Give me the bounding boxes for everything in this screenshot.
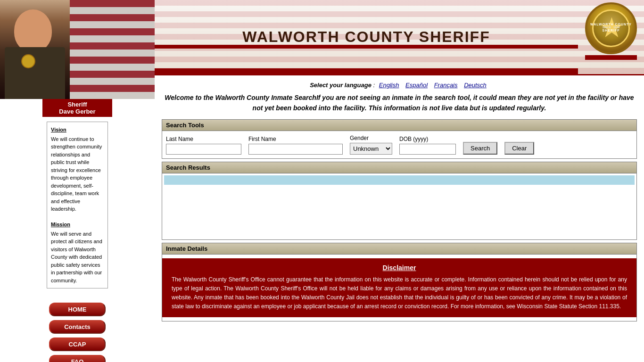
- logo-area: ★ WALWORTH COUNTY SINCE 1839 SHERIFF: [583, 2, 639, 60]
- page-content: Select your language : English Español F…: [155, 75, 644, 362]
- logo-text-bot: SHERIFF: [590, 29, 632, 32]
- search-fields: Last Name First Name Gender Unknown Male: [166, 135, 633, 155]
- last-name-field: Last Name: [166, 136, 241, 155]
- sheriff-person: Dave Gerber: [59, 108, 95, 115]
- results-highlight-bar: [164, 175, 635, 185]
- first-name-input[interactable]: [248, 144, 343, 155]
- search-button[interactable]: Search: [463, 142, 497, 155]
- header-bottom-bar: [155, 68, 578, 74]
- sheriff-badge-logo: ★ WALWORTH COUNTY SINCE 1839 SHERIFF: [585, 2, 637, 54]
- lang-francais[interactable]: Français: [434, 82, 458, 89]
- gender-label: Gender: [350, 135, 392, 141]
- search-results-section: Search Results: [162, 162, 637, 240]
- nav-buttons: HOME Contacts CCAP FAQ: [49, 303, 106, 362]
- disclaimer-title: Disclaimer: [172, 264, 627, 272]
- main-content: WALWORTH COUNTY SHERIFF ★ WALWORTH COUNT…: [155, 0, 644, 362]
- header-title-area: WALWORTH COUNTY SHERIFF: [155, 0, 578, 74]
- search-tools-section: Search Tools Last Name First Name Gender: [162, 119, 637, 159]
- last-name-input[interactable]: [166, 144, 241, 155]
- first-name-label: First Name: [248, 136, 343, 142]
- gender-select[interactable]: Unknown Male Female: [350, 143, 392, 155]
- lang-espanol[interactable]: Español: [405, 82, 428, 89]
- mission-title: Mission: [51, 221, 104, 229]
- vision-text: We will continue to strengthen community…: [51, 136, 102, 212]
- search-tools-header: Search Tools: [162, 120, 636, 131]
- logo-text-top: WALWORTH COUNTY: [590, 23, 632, 26]
- clear-button[interactable]: Clear: [504, 142, 534, 155]
- language-separator: :: [373, 82, 375, 89]
- flag-background: [70, 0, 155, 99]
- language-label: Select your language: [310, 82, 372, 89]
- disclaimer-box: Disclaimer The Walworth County Sheriff's…: [162, 258, 636, 317]
- mission-text: We will serve and protect all citizens a…: [51, 231, 102, 283]
- vision-title: Vision: [51, 126, 104, 134]
- language-bar: Select your language : English Español F…: [162, 82, 637, 89]
- page-header: WALWORTH COUNTY SHERIFF ★ WALWORTH COUNT…: [155, 0, 644, 75]
- sheriff-title: Sheriff: [67, 101, 87, 108]
- sheriff-name-box: Sheriff Dave Gerber: [42, 99, 112, 117]
- site-title: WALWORTH COUNTY SHERIFF: [242, 28, 490, 46]
- last-name-label: Last Name: [166, 136, 241, 142]
- inmate-details-body: Disclaimer The Walworth County Sheriff's…: [162, 258, 636, 317]
- vision-mission-box: Vision We will continue to strengthen co…: [47, 122, 108, 288]
- ccap-button[interactable]: CCAP: [49, 337, 106, 351]
- contacts-button[interactable]: Contacts: [49, 320, 106, 334]
- welcome-text: Welcome to the Walworth County Inmate Se…: [162, 92, 637, 114]
- inmate-details-header: Inmate Details: [162, 243, 636, 255]
- gender-field: Gender Unknown Male Female: [350, 135, 392, 155]
- faq-button[interactable]: FAQ: [49, 355, 106, 362]
- home-button[interactable]: HOME: [49, 303, 106, 316]
- dob-field: DOB (yyyy): [399, 136, 456, 155]
- lang-english[interactable]: English: [379, 82, 399, 89]
- disclaimer-text: The Walworth County Sheriff's Office can…: [172, 275, 627, 312]
- sheriff-photo: [0, 0, 155, 99]
- sheriff-image: [0, 0, 70, 99]
- dob-input[interactable]: [399, 144, 456, 155]
- search-results-header: Search Results: [162, 162, 636, 173]
- inmate-details-section: Inmate Details Disclaimer The Walworth C…: [162, 243, 637, 321]
- lang-deutsch[interactable]: Deutsch: [464, 82, 487, 89]
- search-tools-body: Last Name First Name Gender Unknown Male: [162, 131, 636, 158]
- search-results-body: [162, 173, 636, 239]
- dob-label: DOB (yyyy): [399, 136, 456, 142]
- sidebar: Sheriff Dave Gerber Vision We will conti…: [0, 0, 155, 362]
- logo-dark-bar: [585, 55, 637, 60]
- first-name-field: First Name: [248, 136, 343, 155]
